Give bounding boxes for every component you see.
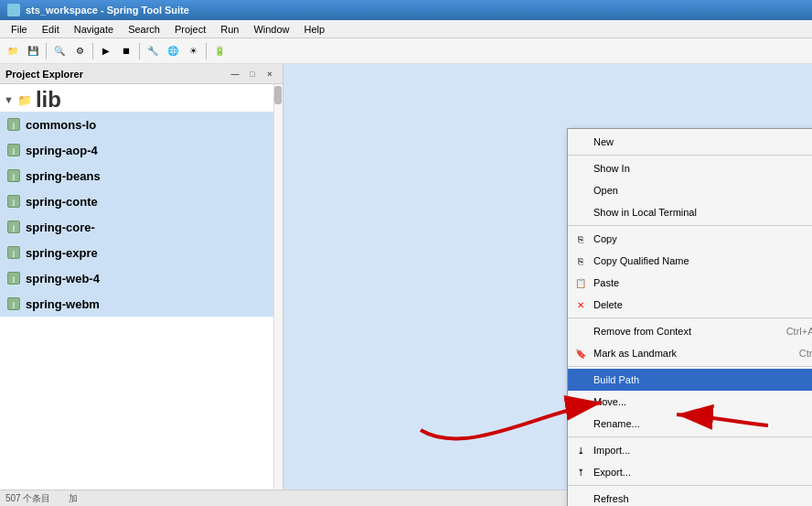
panel-maximize[interactable]: □ — [245, 67, 260, 81]
toolbar-btn-6[interactable]: ⏹ — [117, 42, 135, 60]
menu-navigate[interactable]: Navigate — [67, 22, 121, 37]
ctx-refresh-label: Refresh — [593, 493, 629, 504]
file-name: spring-conte — [26, 195, 98, 209]
list-item[interactable]: j spring-conte — [0, 188, 283, 214]
ctx-import-label: Import... — [593, 445, 630, 456]
ctx-refresh[interactable]: Refresh F5 — [568, 488, 812, 506]
list-item[interactable]: j spring-beans — [0, 163, 283, 188]
file-name: commons-lo — [26, 118, 96, 132]
copy-icon: ⎘ — [573, 231, 588, 246]
ctx-show-terminal-label: Show in Local Terminal — [593, 207, 697, 218]
import-icon: ⤓ — [573, 443, 588, 458]
list-item[interactable]: j spring-webm — [0, 291, 283, 317]
jar-icon: j — [7, 144, 20, 156]
jar-icon: j — [7, 118, 20, 131]
jar-icon: j — [7, 221, 20, 233]
list-item[interactable]: j spring-core- — [0, 214, 283, 240]
toolbar-btn-7[interactable]: 🔧 — [144, 42, 162, 60]
ctx-show-terminal[interactable]: Show in Local Terminal ▶ — [568, 201, 812, 223]
scroll-bar[interactable] — [273, 84, 283, 506]
menu-search[interactable]: Search — [121, 22, 167, 37]
ctx-mark-landmark-label: Mark as Landmark — [593, 348, 677, 359]
lib-label: lib — [36, 87, 61, 113]
ctx-show-in[interactable]: Show In Alt+Shift+W ▶ — [568, 157, 812, 179]
scroll-thumb[interactable] — [274, 86, 282, 104]
ctx-export-label: Export... — [593, 467, 631, 478]
status-middle: 加 — [69, 492, 78, 505]
ctx-move[interactable]: Move... — [568, 391, 812, 413]
ctx-remove-context[interactable]: Remove from Context Ctrl+Alt+Shift+Down — [568, 320, 812, 342]
status-left: 507 个条目 — [5, 492, 50, 505]
folder-icon: 📁 — [17, 93, 32, 107]
ctx-open-label: Open — [593, 185, 618, 196]
menu-project[interactable]: Project — [167, 22, 213, 37]
ctx-mark-landmark-shortcut: Ctrl+Alt+Shift+Up — [799, 348, 812, 359]
ctx-paste[interactable]: 📋 Paste Ctrl+V — [568, 272, 812, 294]
title-bar: sts_workspace - Spring Tool Suite — [0, 0, 812, 20]
app-icon — [7, 4, 20, 16]
menu-edit[interactable]: Edit — [35, 22, 67, 37]
ctx-copy-qualified-label: Copy Qualified Name — [593, 255, 689, 266]
toolbar-btn-4[interactable]: ⚙ — [70, 42, 89, 60]
ctx-export[interactable]: ⤒ Export... — [568, 461, 812, 483]
ctx-rename[interactable]: Rename... F2 — [568, 413, 812, 435]
menu-run[interactable]: Run — [213, 22, 246, 37]
list-item[interactable]: j spring-expre — [0, 240, 283, 265]
ctx-build-path[interactable]: Build Path ▶ — [568, 369, 812, 391]
jar-icon: j — [7, 195, 20, 208]
panel-close[interactable]: × — [262, 67, 277, 81]
ctx-mark-landmark[interactable]: 🔖 Mark as Landmark Ctrl+Alt+Shift+Up — [568, 342, 812, 364]
export-icon: ⤒ — [573, 465, 588, 479]
title-text: sts_workspace - Spring Tool Suite — [26, 5, 189, 16]
ctx-copy[interactable]: ⎘ Copy Ctrl+C — [568, 228, 812, 250]
toolbar-btn-9[interactable]: ☀ — [184, 42, 202, 60]
ctx-build-path-label: Build Path — [593, 374, 639, 385]
ctx-sep-5 — [568, 436, 812, 437]
panel-icons: — □ × — [228, 67, 277, 81]
ctx-sep-1 — [568, 155, 812, 156]
panel-minimize[interactable]: — — [228, 67, 242, 81]
panel-title: Project Explorer — [5, 69, 222, 80]
menu-file[interactable]: File — [4, 22, 35, 37]
ctx-move-label: Move... — [593, 396, 626, 407]
explorer-panel: Project Explorer — □ × ▼ 📁 lib j commons… — [0, 64, 283, 506]
main-area: Project Explorer — □ × ▼ 📁 lib j commons… — [0, 64, 812, 506]
ctx-copy-qualified[interactable]: ⎘ Copy Qualified Name — [568, 250, 812, 272]
list-item[interactable]: j spring-aop-4 — [0, 137, 283, 163]
paste-icon: 📋 — [573, 275, 588, 290]
context-menu: New ▶ Show In Alt+Shift+W ▶ Open F3 Show… — [567, 128, 812, 506]
menu-help[interactable]: Help — [297, 22, 333, 37]
right-area: New ▶ Show In Alt+Shift+W ▶ Open F3 Show… — [283, 64, 812, 506]
ctx-rename-label: Rename... — [593, 418, 640, 429]
explorer-content: ▼ 📁 lib j commons-lo j spring-aop-4 j sp… — [0, 84, 283, 506]
lib-tree-node[interactable]: ▼ 📁 lib — [0, 88, 283, 112]
list-item[interactable]: j spring-web-4 — [0, 265, 283, 291]
list-item[interactable]: j commons-lo — [0, 112, 283, 137]
menu-window[interactable]: Window — [246, 22, 296, 37]
ctx-delete[interactable]: ✕ Delete Delete — [568, 294, 812, 316]
toolbar-sep-3 — [139, 43, 140, 59]
ctx-sep-6 — [568, 485, 812, 486]
file-name: spring-web-4 — [26, 272, 100, 285]
toolbar-btn-10[interactable]: 🔋 — [210, 42, 229, 60]
toolbar-sep-4 — [206, 43, 207, 59]
ctx-new-label: New — [593, 136, 614, 147]
file-name: spring-webm — [26, 297, 100, 311]
toolbar-sep-2 — [92, 43, 93, 59]
toolbar: 📁 💾 🔍 ⚙ ▶ ⏹ 🔧 🌐 ☀ 🔋 — [0, 38, 812, 64]
toolbar-btn-1[interactable]: 📁 — [4, 42, 22, 60]
toolbar-btn-3[interactable]: 🔍 — [50, 42, 69, 60]
jar-icon: j — [7, 246, 20, 259]
toolbar-btn-5[interactable]: ▶ — [97, 42, 115, 60]
ctx-show-in-label: Show In — [593, 163, 630, 174]
toolbar-btn-2[interactable]: 💾 — [24, 42, 42, 60]
ctx-remove-context-label: Remove from Context — [593, 326, 691, 337]
file-name: spring-aop-4 — [26, 144, 98, 157]
toolbar-btn-8[interactable]: 🌐 — [164, 42, 182, 60]
ctx-import[interactable]: ⤓ Import... — [568, 439, 812, 461]
file-name: spring-core- — [26, 221, 95, 234]
ctx-new[interactable]: New ▶ — [568, 131, 812, 153]
ctx-paste-label: Paste — [593, 277, 619, 288]
file-name: spring-expre — [26, 246, 98, 260]
ctx-open[interactable]: Open F3 — [568, 179, 812, 201]
